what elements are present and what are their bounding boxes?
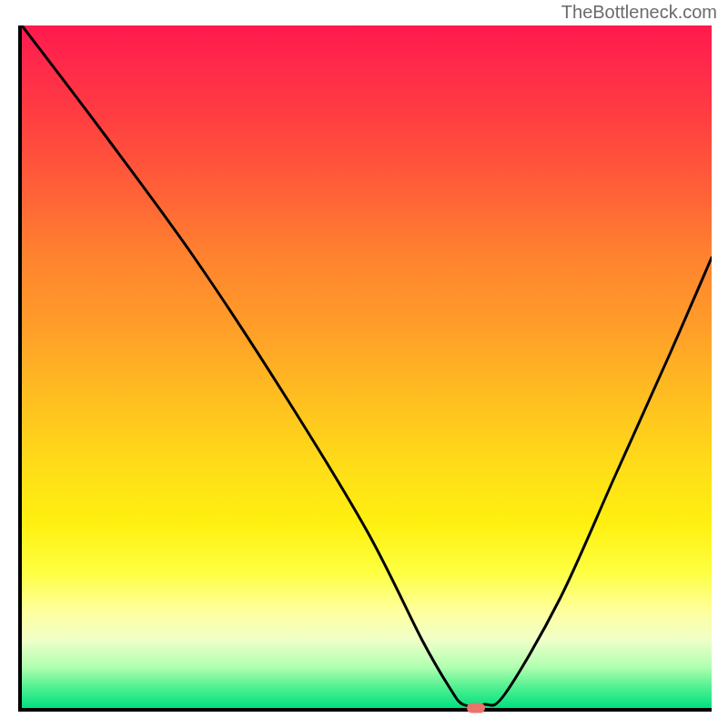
- optimal-point-marker: [467, 703, 485, 713]
- bottleneck-curve-line: [22, 25, 712, 706]
- chart-curve-svg: [22, 25, 712, 708]
- attribution-text: TheBottleneck.com: [561, 2, 717, 23]
- chart-plot-area: [18, 25, 712, 712]
